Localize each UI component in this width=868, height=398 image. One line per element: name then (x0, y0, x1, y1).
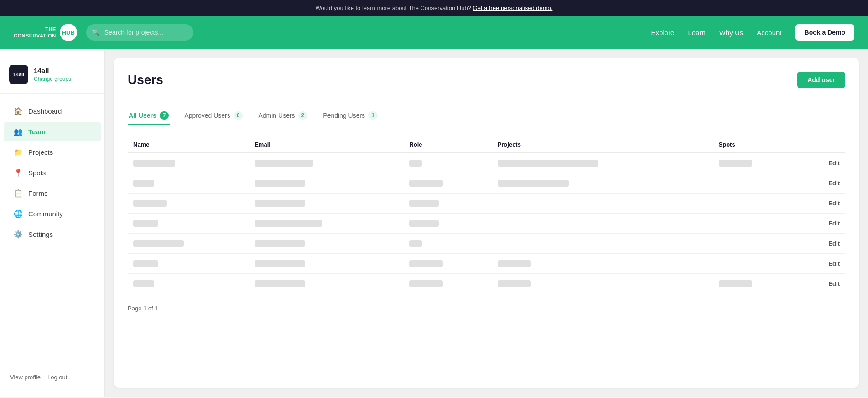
nav-explore[interactable]: Explore (651, 29, 675, 37)
blurred-role: ███████ (409, 200, 438, 207)
nav-learn[interactable]: Learn (688, 29, 705, 37)
tabs: All Users 7Approved Users 6Admin Users 2… (128, 107, 845, 125)
cell-name: ████████ (128, 194, 249, 214)
edit-user-link[interactable]: Edit (801, 194, 845, 214)
cell-role: ███ (404, 153, 492, 173)
cell-projects (492, 214, 713, 234)
edit-user-link[interactable]: Edit (801, 274, 845, 294)
nav-account[interactable]: Account (757, 29, 781, 37)
cell-projects (492, 234, 713, 254)
blurred-email: ████████████ (255, 240, 305, 247)
blurred-email: ████████████ (255, 200, 305, 207)
spots-icon: 📍 (14, 168, 23, 177)
search-input[interactable] (86, 24, 193, 41)
blurred-role: ████████ (409, 260, 443, 267)
org-avatar: 14all (9, 65, 28, 84)
cell-role: ███ (404, 234, 492, 254)
community-icon: 🌐 (14, 209, 23, 218)
view-profile-link[interactable]: View profile (10, 374, 41, 381)
blurred-projects: ████████ (498, 260, 531, 267)
change-groups-link[interactable]: Change groups (34, 76, 71, 82)
top-banner: Would you like to learn more about The C… (0, 0, 868, 16)
edit-user-link[interactable]: Edit (801, 234, 845, 254)
cell-spots (713, 214, 801, 234)
banner-link[interactable]: Get a free personalised demo. (473, 5, 553, 11)
book-demo-button[interactable]: Book a Demo (795, 24, 854, 41)
tab-admin[interactable]: Admin Users 2 (257, 107, 308, 125)
tab-label-pending: Pending Users (323, 112, 365, 119)
cell-email: ████████████████ (249, 214, 404, 234)
cell-role: ████████ (404, 173, 492, 194)
cell-role: ███████ (404, 194, 492, 214)
logo-line2: CONSERVATION (14, 32, 56, 39)
tab-label-all: All Users (129, 112, 156, 119)
team-icon: 👥 (14, 127, 23, 136)
main-layout: 14all 14all Change groups 🏠 Dashboard 👥 … (0, 49, 868, 397)
sidebar-item-spots[interactable]: 📍 Spots (4, 163, 101, 183)
cell-spots (713, 254, 801, 274)
sidebar-item-projects[interactable]: 📁 Projects (4, 142, 101, 162)
cell-name: ████████████ (128, 234, 249, 254)
log-out-link[interactable]: Log out (47, 374, 67, 381)
table-row: ████████████████████████████████████████… (128, 274, 845, 294)
sidebar-item-team[interactable]: 👥 Team (4, 122, 101, 141)
blurred-role: ███████ (409, 220, 438, 227)
blurred-name: ██████ (133, 260, 158, 267)
tab-badge-admin: 2 (298, 111, 308, 120)
cell-spots: ████████ (713, 274, 801, 294)
table-row: ████████████████████████████████████████… (128, 173, 845, 194)
blurred-projects: █████████████████ (498, 180, 569, 187)
edit-user-link[interactable]: Edit (801, 214, 845, 234)
edit-user-link[interactable]: Edit (801, 254, 845, 274)
cell-projects: █████████████████ (492, 173, 713, 194)
col-header-projects: Projects (492, 136, 713, 153)
pagination: Page 1 of 1 (128, 305, 845, 312)
blurred-email: ████████████ (255, 260, 305, 267)
cell-role: ████████ (404, 274, 492, 294)
search-wrapper (86, 24, 314, 41)
tab-all[interactable]: All Users 7 (128, 107, 170, 125)
tab-pending[interactable]: Pending Users 1 (322, 107, 379, 125)
blurred-spots: ████████ (719, 160, 753, 167)
blurred-email: ██████████████ (255, 160, 313, 167)
blurred-projects: ████████████████████████ (498, 160, 598, 167)
sidebar-item-forms[interactable]: 📋 Forms (4, 183, 101, 203)
cell-name: ██████ (128, 254, 249, 274)
tab-approved[interactable]: Approved Users 6 (183, 107, 244, 125)
nav: Explore Learn Why Us Account Book a Demo (651, 24, 854, 41)
nav-why-us[interactable]: Why Us (719, 29, 743, 37)
tab-badge-approved: 6 (234, 111, 243, 120)
page-header: Users Add user (128, 72, 845, 95)
logo: THE CONSERVATION HUB (14, 24, 77, 41)
col-header-role: Role (404, 136, 492, 153)
cell-spots (713, 194, 801, 214)
cell-role: ███████ (404, 214, 492, 234)
sidebar: 14all 14all Change groups 🏠 Dashboard 👥 … (0, 49, 105, 397)
col-header- (801, 136, 845, 153)
cell-spots: ████████ (713, 153, 801, 173)
cell-projects: ████████ (492, 274, 713, 294)
blurred-projects: ████████ (498, 280, 531, 287)
col-header-name: Name (128, 136, 249, 153)
sidebar-item-dashboard[interactable]: 🏠 Dashboard (4, 101, 101, 121)
sidebar-nav: 🏠 Dashboard 👥 Team 📁 Projects 📍 Spots 📋 … (0, 98, 104, 367)
cell-name: ██████████ (128, 153, 249, 173)
cell-spots (713, 173, 801, 194)
table-row: ████████████████████████████████████████… (128, 153, 845, 173)
cell-projects: ████████ (492, 254, 713, 274)
page-title: Users (128, 73, 163, 87)
blurred-name: ████████████ (133, 240, 184, 247)
sidebar-item-community[interactable]: 🌐 Community (4, 204, 101, 224)
tab-badge-pending: 1 (368, 111, 378, 120)
edit-user-link[interactable]: Edit (801, 153, 845, 173)
blurred-name: ██████ (133, 220, 158, 227)
edit-user-link[interactable]: Edit (801, 173, 845, 194)
sidebar-label-forms: Forms (28, 189, 48, 197)
add-user-button[interactable]: Add user (797, 72, 845, 88)
tab-badge-all: 7 (160, 111, 169, 120)
cell-name: █████ (128, 173, 249, 194)
sidebar-item-settings[interactable]: ⚙️ Settings (4, 225, 101, 244)
sidebar-label-team: Team (28, 128, 46, 136)
banner-text: Would you like to learn more about The C… (316, 5, 471, 11)
blurred-name: ████████ (133, 200, 167, 207)
